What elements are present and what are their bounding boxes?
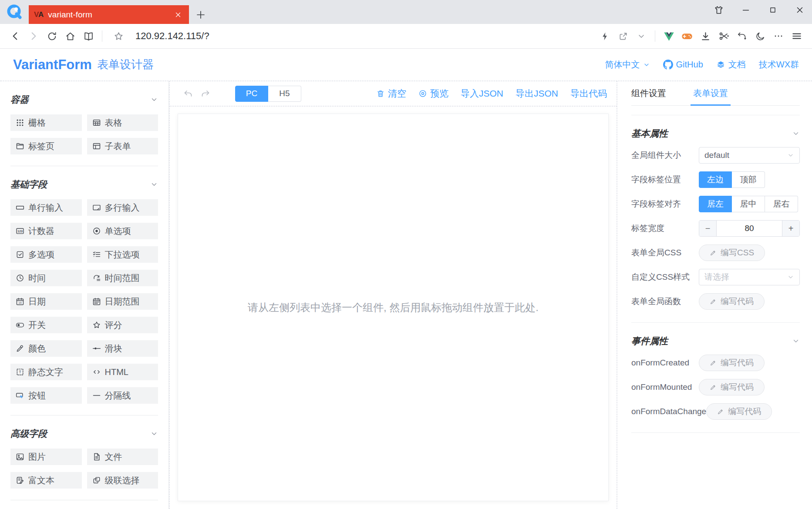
undo-icon[interactable]: [179, 85, 197, 102]
settings-section-header[interactable]: 基本属性: [631, 127, 800, 140]
header-link-0[interactable]: 简体中文: [605, 59, 650, 70]
chevron-down-icon[interactable]: [792, 130, 800, 137]
palette-item-label: 标签页: [28, 141, 54, 152]
palette-divider: [10, 500, 158, 500]
menu-hamburger-icon[interactable]: [788, 27, 806, 45]
refresh-icon[interactable]: [43, 27, 61, 45]
edit-code-button[interactable]: 编写代码: [699, 379, 765, 395]
palette-item-select[interactable]: 下拉选项: [87, 246, 158, 263]
night-mode-moon-icon[interactable]: [751, 27, 769, 45]
palette-item-picture[interactable]: 图片: [10, 449, 82, 465]
back-icon[interactable]: [6, 27, 24, 45]
palette-item-date[interactable]: 19日期: [10, 293, 82, 310]
toolbar-action-4[interactable]: 导出代码: [570, 87, 607, 100]
palette-item-rate[interactable]: 评分: [87, 317, 158, 333]
minimize-icon[interactable]: [737, 1, 755, 19]
browser-tab[interactable]: VA variant-form: [29, 5, 189, 24]
segment-option[interactable]: 居左: [699, 196, 732, 212]
select-全局组件大小[interactable]: default: [699, 147, 800, 164]
edit-code-button[interactable]: 编写代码: [699, 355, 765, 371]
palette-item-tabs[interactable]: 标签页: [10, 138, 82, 154]
edit-code-button[interactable]: 编写代码: [706, 403, 772, 420]
palette-item-number[interactable]: 123计数器: [10, 223, 82, 239]
segment-option[interactable]: 顶部: [732, 171, 765, 188]
palette-item-input[interactable]: 单行输入: [10, 199, 82, 216]
gamepad-extension-icon[interactable]: [678, 27, 696, 45]
palette-item-time-range[interactable]: 时间范围: [87, 270, 158, 286]
window-close-icon[interactable]: [791, 1, 809, 19]
switch-icon: [16, 321, 24, 329]
palette-item-slider[interactable]: 滑块: [87, 340, 158, 357]
header-link-github[interactable]: GitHub: [663, 60, 703, 70]
toolbar-action-3[interactable]: 导出JSON: [516, 87, 558, 100]
palette-item-divider[interactable]: 分隔线: [87, 387, 158, 404]
theme-shirt-icon[interactable]: [710, 1, 728, 19]
chevron-down-icon[interactable]: [632, 27, 650, 45]
palette-section-header[interactable]: 基础字段: [10, 166, 158, 191]
palette-item-rich-editor[interactable]: 富文本: [10, 472, 82, 489]
more-options-icon[interactable]: [769, 27, 788, 45]
toolbar-action-1[interactable]: 预览: [418, 87, 448, 100]
settings-tab-0[interactable]: 组件设置: [631, 81, 666, 105]
palette-item-radio[interactable]: 单选项: [87, 223, 158, 239]
chevron-down-icon[interactable]: [150, 430, 158, 438]
qq-browser-logo-icon[interactable]: [0, 0, 29, 24]
download-icon[interactable]: [696, 27, 714, 45]
address-bar[interactable]: 120.92.142.115/?: [107, 27, 596, 45]
device-tab-h5[interactable]: H5: [268, 86, 301, 102]
new-tab-button[interactable]: [189, 5, 212, 24]
palette-section-header[interactable]: 容器: [10, 81, 158, 106]
device-tab-pc[interactable]: PC: [235, 86, 268, 102]
segment-option[interactable]: 居中: [732, 196, 765, 212]
url-text[interactable]: 120.92.142.115/?: [135, 30, 209, 42]
select-自定义CSS样式[interactable]: 请选择: [699, 269, 800, 285]
chevron-down-icon[interactable]: [792, 337, 800, 345]
rate-icon: [92, 321, 101, 329]
palette-item-color[interactable]: 颜色: [10, 340, 82, 357]
palette-item-checkbox[interactable]: 多选项: [10, 246, 82, 263]
palette-item-html[interactable]: HTML: [87, 364, 158, 380]
palette-item-button[interactable]: 按钮: [10, 387, 82, 404]
header-link-2[interactable]: 文档: [716, 59, 746, 70]
home-icon[interactable]: [61, 27, 79, 45]
palette-item-switch[interactable]: 开关: [10, 317, 82, 333]
stepper-increase-button[interactable]: +: [782, 221, 799, 236]
settings-section-header[interactable]: 事件属性: [631, 335, 800, 347]
maximize-icon[interactable]: [764, 1, 782, 19]
canvas-drop-area[interactable]: 请从左侧列表中选择一个组件, 然后用鼠标拖动组件放置于此处.: [170, 106, 617, 509]
palette-item-static-text[interactable]: T静态文字: [10, 364, 82, 380]
tab-close-icon[interactable]: [172, 9, 184, 20]
segment-option[interactable]: 居右: [765, 196, 798, 212]
chevron-down-icon[interactable]: [150, 96, 158, 104]
segment-option[interactable]: 左边: [699, 171, 732, 188]
stepper-decrease-button[interactable]: −: [699, 221, 717, 236]
header-link-3[interactable]: 技术WX群: [759, 59, 799, 70]
vue-devtools-icon[interactable]: [660, 27, 678, 45]
history-undo-icon[interactable]: [733, 27, 751, 45]
palette-item-time[interactable]: 时间: [10, 270, 82, 286]
palette-item-table[interactable]: 表格: [87, 114, 158, 131]
palette-item-subform[interactable]: 子表单: [87, 138, 158, 154]
palette-item-textarea[interactable]: 多行输入: [87, 199, 158, 216]
redo-icon[interactable]: [197, 85, 214, 102]
palette-item-cascader[interactable]: 级联选择: [87, 472, 158, 489]
stepper-value[interactable]: 80: [717, 221, 782, 236]
palette-item-label: 级联选择: [105, 475, 140, 486]
palette-item-date-range[interactable]: 日期范围: [87, 293, 158, 310]
flash-icon[interactable]: [596, 27, 614, 45]
toolbar-action-0[interactable]: 清空: [376, 87, 406, 100]
settings-tab-1[interactable]: 表单设置: [693, 81, 728, 105]
toolbar-action-2[interactable]: 导入JSON: [461, 87, 503, 100]
chevron-down-icon[interactable]: [150, 181, 158, 188]
palette-item-grid[interactable]: 栅格: [10, 114, 82, 131]
bookmark-star-icon[interactable]: [109, 27, 128, 45]
edit-code-button[interactable]: 编写CSS: [699, 244, 765, 261]
screenshot-scissors-icon[interactable]: [714, 27, 733, 45]
palette-section-header[interactable]: 高级字段: [10, 415, 158, 440]
share-icon[interactable]: [614, 27, 632, 45]
edit-code-button[interactable]: 编写代码: [699, 293, 765, 310]
reading-mode-icon[interactable]: [79, 27, 98, 45]
form-canvas[interactable]: 请从左侧列表中选择一个组件, 然后用鼠标拖动组件放置于此处.: [178, 114, 609, 501]
palette-item-file[interactable]: 文件: [87, 449, 158, 465]
forward-icon[interactable]: [24, 27, 43, 45]
